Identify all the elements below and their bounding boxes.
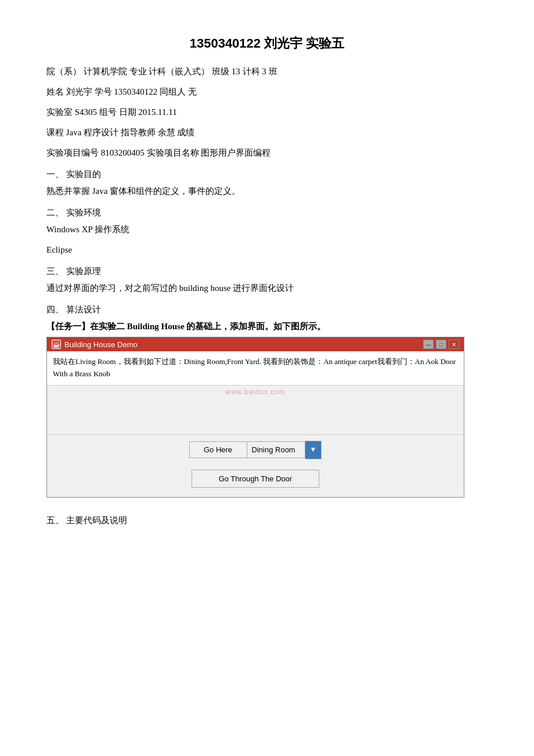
- section2-content2: Eclipse: [46, 242, 488, 258]
- info-line-2: 姓名 刘光宇 学号 1350340122 同组人 无: [46, 84, 488, 100]
- go-here-button[interactable]: Go Here: [189, 441, 247, 458]
- page-title: 1350340122 刘光宇 实验五: [46, 35, 488, 52]
- watermark: www.baidox.com: [47, 388, 464, 396]
- section2-content1: Windows XP 操作系统: [46, 222, 488, 237]
- info-line-5: 实验项目编号 8103200405 实验项目名称 图形用户界面编程: [46, 145, 488, 161]
- task-label: 【任务一】在实验二 Building House 的基础上，添加界面。如下图所示…: [46, 321, 488, 332]
- dropdown-arrow-icon[interactable]: ▼: [305, 441, 322, 459]
- titlebar-left: ☕ Building House Demo: [52, 340, 138, 349]
- section2-heading: 二、 实验环境: [46, 207, 488, 218]
- door-row: Go Through The Door: [47, 465, 464, 497]
- section4-heading: 四、 算法设计: [46, 304, 488, 315]
- app-icon: ☕: [52, 340, 61, 349]
- app-content-text: 我站在Living Room，我看到如下过道：Dining Room,Front…: [47, 351, 464, 386]
- go-through-door-button[interactable]: Go Through The Door: [192, 470, 319, 488]
- minimize-button[interactable]: —: [423, 340, 434, 349]
- app-window: ☕ Building House Demo — □ ✕ 我站在Living Ro…: [46, 337, 464, 498]
- room-dropdown-wrapper: Dining RoomFront Yard ▼: [247, 441, 322, 459]
- section3-heading: 三、 实验原理: [46, 266, 488, 277]
- info-line-1: 院（系） 计算机学院 专业 计科（嵌入式） 班级 13 计科 3 班: [46, 64, 488, 80]
- titlebar-controls: — □ ✕: [423, 340, 459, 349]
- section1-content: 熟悉并掌握 Java 窗体和组件的定义，事件的定义。: [46, 183, 488, 199]
- app-titlebar: ☕ Building House Demo — □ ✕: [47, 337, 464, 351]
- info-line-4: 课程 Java 程序设计 指导教师 余慧 成绩: [46, 125, 488, 141]
- info-line-3: 实验室 S4305 组号 日期 2015.11.11: [46, 105, 488, 120]
- section1-heading: 一、 实验目的: [46, 169, 488, 180]
- controls-row: Go Here Dining RoomFront Yard ▼: [47, 434, 464, 465]
- restore-button[interactable]: □: [436, 340, 446, 349]
- app-spacer: www.baidox.com: [47, 388, 464, 434]
- app-title: Building House Demo: [64, 340, 138, 349]
- room-select[interactable]: Dining RoomFront Yard: [247, 441, 305, 458]
- close-button[interactable]: ✕: [449, 340, 459, 349]
- section3-content: 通过对界面的学习，对之前写过的 building house 进行界面化设计: [46, 280, 488, 296]
- section5-heading: 五、 主要代码及说明: [46, 515, 488, 526]
